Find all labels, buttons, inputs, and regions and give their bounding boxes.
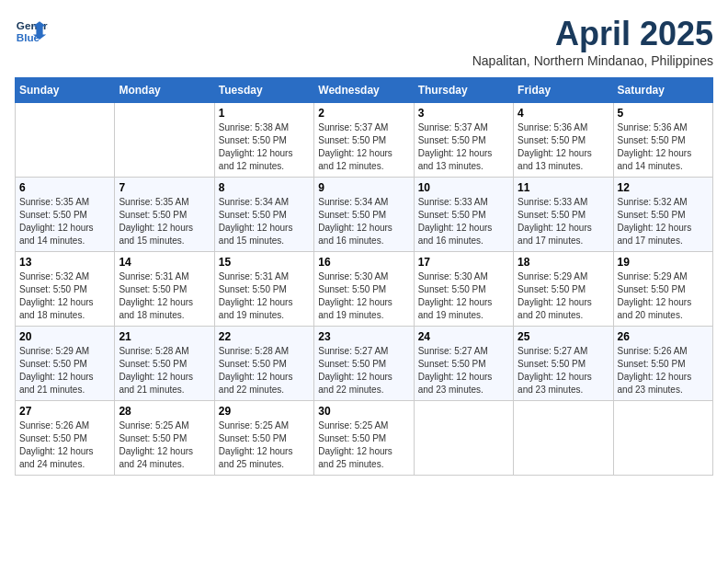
day-number: 13 — [19, 256, 110, 269]
day-number: 18 — [518, 256, 609, 269]
calendar-cell — [514, 401, 613, 476]
day-number: 5 — [618, 107, 709, 120]
day-number: 21 — [119, 330, 210, 343]
day-detail: Sunrise: 5:29 AMSunset: 5:50 PMDaylight:… — [518, 270, 609, 322]
month-title: April 2025 — [472, 15, 713, 53]
calendar-cell: 6Sunrise: 5:35 AMSunset: 5:50 PMDaylight… — [16, 178, 115, 252]
calendar-week-row: 13Sunrise: 5:32 AMSunset: 5:50 PMDayligh… — [16, 252, 713, 327]
day-detail: Sunrise: 5:37 AMSunset: 5:50 PMDaylight:… — [318, 121, 409, 173]
day-detail: Sunrise: 5:29 AMSunset: 5:50 PMDaylight:… — [618, 270, 709, 322]
weekday-header: Tuesday — [214, 78, 313, 103]
calendar-cell: 24Sunrise: 5:27 AMSunset: 5:50 PMDayligh… — [414, 327, 513, 401]
day-detail: Sunrise: 5:27 AMSunset: 5:50 PMDaylight:… — [318, 345, 409, 396]
day-detail: Sunrise: 5:28 AMSunset: 5:50 PMDaylight:… — [219, 345, 310, 396]
calendar-cell: 1Sunrise: 5:38 AMSunset: 5:50 PMDaylight… — [214, 103, 313, 178]
title-block: April 2025 Napalitan, Northern Mindanao,… — [472, 15, 713, 68]
day-detail: Sunrise: 5:34 AMSunset: 5:50 PMDaylight:… — [318, 196, 409, 247]
calendar-cell: 26Sunrise: 5:26 AMSunset: 5:50 PMDayligh… — [613, 327, 712, 401]
day-number: 27 — [19, 405, 110, 418]
calendar-cell: 13Sunrise: 5:32 AMSunset: 5:50 PMDayligh… — [16, 252, 115, 327]
day-number: 30 — [318, 405, 409, 418]
day-number: 10 — [418, 181, 509, 194]
day-detail: Sunrise: 5:29 AMSunset: 5:50 PMDaylight:… — [19, 345, 110, 396]
calendar-week-row: 6Sunrise: 5:35 AMSunset: 5:50 PMDaylight… — [16, 178, 713, 252]
calendar-cell: 25Sunrise: 5:27 AMSunset: 5:50 PMDayligh… — [514, 327, 613, 401]
calendar-cell: 18Sunrise: 5:29 AMSunset: 5:50 PMDayligh… — [514, 252, 613, 327]
day-detail: Sunrise: 5:31 AMSunset: 5:50 PMDaylight:… — [219, 270, 310, 322]
day-detail: Sunrise: 5:27 AMSunset: 5:50 PMDaylight:… — [518, 345, 609, 396]
calendar-cell — [115, 103, 214, 178]
calendar-cell: 16Sunrise: 5:30 AMSunset: 5:50 PMDayligh… — [314, 252, 414, 327]
day-detail: Sunrise: 5:25 AMSunset: 5:50 PMDaylight:… — [219, 419, 310, 471]
day-number: 9 — [318, 181, 409, 194]
calendar-cell: 30Sunrise: 5:25 AMSunset: 5:50 PMDayligh… — [314, 401, 414, 476]
calendar-cell: 19Sunrise: 5:29 AMSunset: 5:50 PMDayligh… — [613, 252, 712, 327]
day-number: 7 — [119, 181, 210, 194]
day-number: 4 — [518, 107, 609, 120]
calendar-cell: 11Sunrise: 5:33 AMSunset: 5:50 PMDayligh… — [514, 178, 613, 252]
logo-icon: General Blue — [15, 15, 48, 48]
day-number: 15 — [219, 256, 310, 269]
calendar-cell: 22Sunrise: 5:28 AMSunset: 5:50 PMDayligh… — [214, 327, 313, 401]
day-number: 6 — [19, 181, 110, 194]
day-detail: Sunrise: 5:36 AMSunset: 5:50 PMDaylight:… — [518, 121, 609, 173]
weekday-header: Wednesday — [314, 78, 414, 103]
calendar-cell: 27Sunrise: 5:26 AMSunset: 5:50 PMDayligh… — [16, 401, 115, 476]
day-number: 11 — [518, 181, 609, 194]
day-number: 22 — [219, 330, 310, 343]
weekday-header: Sunday — [16, 78, 115, 103]
weekday-header: Monday — [115, 78, 214, 103]
day-detail: Sunrise: 5:25 AMSunset: 5:50 PMDaylight:… — [119, 419, 210, 471]
calendar-week-row: 20Sunrise: 5:29 AMSunset: 5:50 PMDayligh… — [16, 327, 713, 401]
day-number: 26 — [618, 330, 709, 343]
calendar-cell: 29Sunrise: 5:25 AMSunset: 5:50 PMDayligh… — [214, 401, 313, 476]
calendar-cell: 12Sunrise: 5:32 AMSunset: 5:50 PMDayligh… — [613, 178, 712, 252]
day-number: 2 — [318, 107, 409, 120]
weekday-header: Saturday — [613, 78, 712, 103]
calendar-cell: 15Sunrise: 5:31 AMSunset: 5:50 PMDayligh… — [214, 252, 313, 327]
day-detail: Sunrise: 5:27 AMSunset: 5:50 PMDaylight:… — [418, 345, 509, 396]
calendar-cell — [16, 103, 115, 178]
day-detail: Sunrise: 5:25 AMSunset: 5:50 PMDaylight:… — [318, 419, 409, 471]
day-number: 16 — [318, 256, 409, 269]
calendar-cell: 7Sunrise: 5:35 AMSunset: 5:50 PMDaylight… — [115, 178, 214, 252]
day-detail: Sunrise: 5:30 AMSunset: 5:50 PMDaylight:… — [318, 270, 409, 322]
day-detail: Sunrise: 5:26 AMSunset: 5:50 PMDaylight:… — [618, 345, 709, 396]
calendar-week-row: 27Sunrise: 5:26 AMSunset: 5:50 PMDayligh… — [16, 401, 713, 476]
day-detail: Sunrise: 5:31 AMSunset: 5:50 PMDaylight:… — [119, 270, 210, 322]
calendar-week-row: 1Sunrise: 5:38 AMSunset: 5:50 PMDaylight… — [16, 103, 713, 178]
day-detail: Sunrise: 5:32 AMSunset: 5:50 PMDaylight:… — [19, 270, 110, 322]
logo: General Blue — [15, 15, 48, 48]
day-detail: Sunrise: 5:32 AMSunset: 5:50 PMDaylight:… — [618, 196, 709, 247]
calendar-cell: 2Sunrise: 5:37 AMSunset: 5:50 PMDaylight… — [314, 103, 414, 178]
calendar-cell: 8Sunrise: 5:34 AMSunset: 5:50 PMDaylight… — [214, 178, 313, 252]
day-detail: Sunrise: 5:26 AMSunset: 5:50 PMDaylight:… — [19, 419, 110, 471]
day-number: 1 — [219, 107, 310, 120]
day-detail: Sunrise: 5:34 AMSunset: 5:50 PMDaylight:… — [219, 196, 310, 247]
day-number: 3 — [418, 107, 509, 120]
day-number: 19 — [618, 256, 709, 269]
weekday-header-row: SundayMondayTuesdayWednesdayThursdayFrid… — [16, 78, 713, 103]
day-number: 14 — [119, 256, 210, 269]
calendar-cell — [613, 401, 712, 476]
day-detail: Sunrise: 5:36 AMSunset: 5:50 PMDaylight:… — [618, 121, 709, 173]
day-number: 23 — [318, 330, 409, 343]
day-number: 24 — [418, 330, 509, 343]
calendar-cell: 23Sunrise: 5:27 AMSunset: 5:50 PMDayligh… — [314, 327, 414, 401]
day-number: 12 — [618, 181, 709, 194]
page-header: General Blue April 2025 Napalitan, North… — [15, 15, 713, 68]
day-number: 25 — [518, 330, 609, 343]
day-number: 8 — [219, 181, 310, 194]
calendar-cell: 17Sunrise: 5:30 AMSunset: 5:50 PMDayligh… — [414, 252, 513, 327]
day-detail: Sunrise: 5:33 AMSunset: 5:50 PMDaylight:… — [418, 196, 509, 247]
day-detail: Sunrise: 5:38 AMSunset: 5:50 PMDaylight:… — [219, 121, 310, 173]
day-detail: Sunrise: 5:28 AMSunset: 5:50 PMDaylight:… — [119, 345, 210, 396]
calendar-cell: 21Sunrise: 5:28 AMSunset: 5:50 PMDayligh… — [115, 327, 214, 401]
day-number: 29 — [219, 405, 310, 418]
day-number: 17 — [418, 256, 509, 269]
calendar-cell: 28Sunrise: 5:25 AMSunset: 5:50 PMDayligh… — [115, 401, 214, 476]
day-detail: Sunrise: 5:35 AMSunset: 5:50 PMDaylight:… — [19, 196, 110, 247]
calendar-cell: 20Sunrise: 5:29 AMSunset: 5:50 PMDayligh… — [16, 327, 115, 401]
calendar-cell: 10Sunrise: 5:33 AMSunset: 5:50 PMDayligh… — [414, 178, 513, 252]
calendar-cell: 14Sunrise: 5:31 AMSunset: 5:50 PMDayligh… — [115, 252, 214, 327]
